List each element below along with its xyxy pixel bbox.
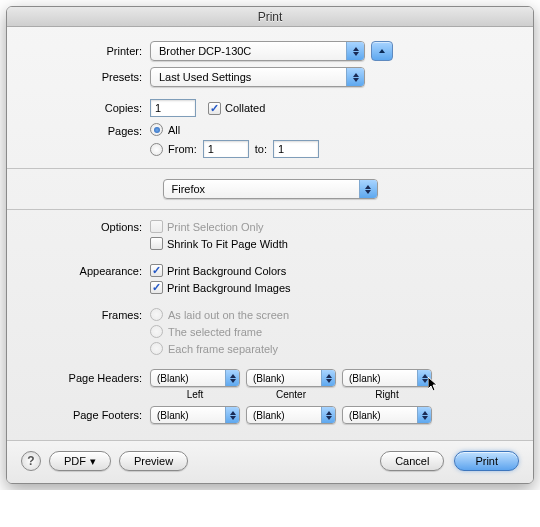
appearance-label: Appearance: <box>25 264 150 277</box>
collated-checkbox[interactable] <box>208 102 221 115</box>
bg-colors-checkbox[interactable] <box>150 264 163 277</box>
dropdown-arrows-icon <box>417 370 431 386</box>
print-selection-checkbox <box>150 220 163 233</box>
dropdown-arrows-icon <box>225 407 239 423</box>
print-label: Print <box>475 455 498 467</box>
print-selection-label: Print Selection Only <box>167 221 264 233</box>
chevron-down-icon: ▾ <box>90 455 96 468</box>
frames-each-radio <box>150 342 163 355</box>
presets-select[interactable]: Last Used Settings <box>150 67 365 87</box>
select-value: (Blank) <box>157 373 189 384</box>
help-button[interactable]: ? <box>21 451 41 471</box>
frames-selected-label: The selected frame <box>168 326 262 338</box>
footer-right-select[interactable]: (Blank) <box>342 406 432 424</box>
dropdown-arrows-icon <box>417 407 431 423</box>
dropdown-arrows-icon <box>321 407 335 423</box>
dropdown-arrows-icon <box>346 68 364 86</box>
bg-colors-label: Print Background Colors <box>167 265 286 277</box>
pdf-label: PDF <box>64 455 86 467</box>
pages-all-radio[interactable] <box>150 123 163 136</box>
header-left-select[interactable]: (Blank) <box>150 369 240 387</box>
presets-label: Presets: <box>25 71 150 83</box>
page-footers-label: Page Footers: <box>25 409 150 421</box>
bg-images-label: Print Background Images <box>167 282 291 294</box>
print-button[interactable]: Print <box>454 451 519 471</box>
pages-label: Pages: <box>25 123 150 137</box>
pages-from-label: From: <box>168 143 197 155</box>
select-value: (Blank) <box>349 373 381 384</box>
preview-label: Preview <box>134 455 173 467</box>
dropdown-arrows-icon <box>346 42 364 60</box>
options-label: Options: <box>25 220 150 233</box>
frames-laidout-radio <box>150 308 163 321</box>
window-title: Print <box>7 7 533 27</box>
pdf-button[interactable]: PDF ▾ <box>49 451 111 471</box>
collated-label: Collated <box>225 102 265 114</box>
select-value: (Blank) <box>349 410 381 421</box>
copies-label: Copies: <box>25 102 150 114</box>
right-label: Right <box>375 389 398 400</box>
pages-from-input[interactable] <box>203 140 249 158</box>
dropdown-arrows-icon <box>225 370 239 386</box>
center-label: Center <box>276 389 306 400</box>
pages-to-label: to: <box>255 143 267 155</box>
footer-center-select[interactable]: (Blank) <box>246 406 336 424</box>
shrink-fit-label: Shrink To Fit Page Width <box>167 238 288 250</box>
disclosure-button[interactable] <box>371 41 393 61</box>
page-headers-label: Page Headers: <box>25 369 150 384</box>
divider <box>7 209 533 210</box>
header-center-select[interactable]: (Blank) <box>246 369 336 387</box>
bg-images-checkbox[interactable] <box>150 281 163 294</box>
frames-laidout-label: As laid out on the screen <box>168 309 289 321</box>
left-label: Left <box>187 389 204 400</box>
header-right-select[interactable]: (Blank) <box>342 369 432 387</box>
frames-each-label: Each frame separately <box>168 343 278 355</box>
cancel-label: Cancel <box>395 455 429 467</box>
shrink-fit-checkbox[interactable] <box>150 237 163 250</box>
printer-label: Printer: <box>25 45 150 57</box>
pages-to-input[interactable] <box>273 140 319 158</box>
presets-value: Last Used Settings <box>159 71 251 83</box>
select-value: (Blank) <box>157 410 189 421</box>
dropdown-arrows-icon <box>321 370 335 386</box>
printer-select[interactable]: Brother DCP-130C <box>150 41 365 61</box>
printer-value: Brother DCP-130C <box>159 45 251 57</box>
pages-from-radio[interactable] <box>150 143 163 156</box>
pages-all-label: All <box>168 124 180 136</box>
app-section-value: Firefox <box>172 183 206 195</box>
print-dialog: Print Printer: Brother DCP-130C Presets:… <box>6 6 534 484</box>
frames-label: Frames: <box>25 308 150 321</box>
select-value: (Blank) <box>253 373 285 384</box>
footer-left-select[interactable]: (Blank) <box>150 406 240 424</box>
app-section-select[interactable]: Firefox <box>163 179 378 199</box>
divider <box>7 168 533 169</box>
select-value: (Blank) <box>253 410 285 421</box>
dropdown-arrows-icon <box>359 180 377 198</box>
preview-button[interactable]: Preview <box>119 451 188 471</box>
copies-input[interactable] <box>150 99 196 117</box>
cancel-button[interactable]: Cancel <box>380 451 444 471</box>
frames-selected-radio <box>150 325 163 338</box>
